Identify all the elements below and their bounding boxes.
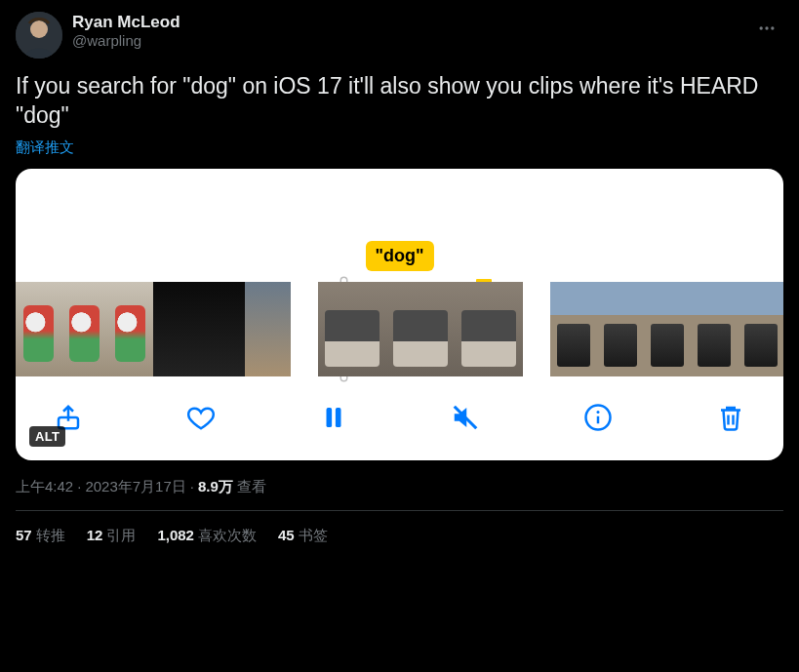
stat-label: 转推 bbox=[36, 527, 65, 543]
timeline-frame bbox=[107, 282, 153, 376]
quotes-stat[interactable]: 12引用 bbox=[87, 527, 137, 545]
stat-label: 喜欢次数 bbox=[198, 527, 257, 543]
svg-point-1 bbox=[30, 20, 48, 38]
timeline-frame bbox=[738, 282, 783, 376]
retweets-stat[interactable]: 57转推 bbox=[16, 527, 65, 545]
media-toolbar bbox=[16, 382, 783, 460]
tweet-container: Ryan McLeod @warpling If you search for … bbox=[0, 0, 799, 563]
stat-count: 57 bbox=[16, 527, 32, 543]
svg-point-4 bbox=[771, 26, 774, 29]
mute-icon[interactable] bbox=[448, 400, 483, 435]
svg-rect-6 bbox=[326, 408, 332, 427]
clip-group[interactable] bbox=[550, 282, 783, 376]
stat-count: 12 bbox=[87, 527, 103, 543]
timeline-frame bbox=[16, 282, 61, 376]
views-label: 查看 bbox=[237, 478, 266, 494]
tweet-date[interactable]: 2023年7月17日 bbox=[85, 478, 185, 494]
display-name[interactable]: Ryan McLeod bbox=[72, 12, 180, 32]
timeline-frame bbox=[386, 282, 455, 376]
svg-point-3 bbox=[765, 26, 768, 29]
clip-group[interactable] bbox=[16, 282, 291, 376]
stat-label: 引用 bbox=[106, 527, 136, 543]
heart-icon[interactable] bbox=[183, 400, 219, 435]
svg-point-2 bbox=[760, 26, 763, 29]
more-button[interactable] bbox=[750, 12, 783, 45]
timeline-frame bbox=[691, 282, 738, 376]
timeline-frame bbox=[550, 282, 597, 376]
stat-label: 书签 bbox=[299, 527, 328, 543]
author-names: Ryan McLeod @warpling bbox=[72, 12, 180, 51]
stat-count: 1,082 bbox=[157, 527, 194, 543]
timeline-frame bbox=[644, 282, 691, 376]
info-icon[interactable] bbox=[580, 400, 616, 435]
tweet-stats: 57转推 12引用 1,082喜欢次数 45书签 bbox=[16, 511, 783, 555]
timeline-frame bbox=[61, 282, 107, 376]
timeline-frame bbox=[199, 282, 245, 376]
tweet-header: Ryan McLeod @warpling bbox=[16, 12, 783, 59]
translate-link[interactable]: 翻译推文 bbox=[16, 138, 74, 157]
clip-group[interactable] bbox=[318, 282, 523, 376]
timeline-frame bbox=[318, 282, 386, 376]
likes-stat[interactable]: 1,082喜欢次数 bbox=[157, 527, 257, 545]
timeline-frame bbox=[153, 282, 199, 376]
timeline-frame bbox=[245, 282, 291, 376]
stat-count: 45 bbox=[278, 527, 295, 543]
user-handle[interactable]: @warpling bbox=[72, 32, 180, 51]
svg-rect-7 bbox=[335, 408, 340, 427]
timeline-frame bbox=[455, 282, 523, 376]
tweet-meta: 上午4:42·2023年7月17日·8.9万 查看 bbox=[16, 478, 783, 511]
media-card[interactable]: "dog" bbox=[16, 169, 783, 460]
trash-icon[interactable] bbox=[713, 400, 748, 435]
tweet-text: If you search for "dog" on iOS 17 it'll … bbox=[16, 72, 783, 131]
bookmarks-stat[interactable]: 45书签 bbox=[278, 527, 328, 545]
pause-icon[interactable] bbox=[316, 400, 351, 435]
svg-point-11 bbox=[597, 411, 600, 414]
timeline-frame bbox=[597, 282, 644, 376]
views-count[interactable]: 8.9万 bbox=[198, 478, 233, 494]
caption-chip: "dog" bbox=[365, 241, 433, 271]
avatar[interactable] bbox=[16, 12, 62, 59]
tweet-time[interactable]: 上午4:42 bbox=[16, 478, 73, 494]
alt-badge[interactable]: ALT bbox=[29, 426, 65, 447]
